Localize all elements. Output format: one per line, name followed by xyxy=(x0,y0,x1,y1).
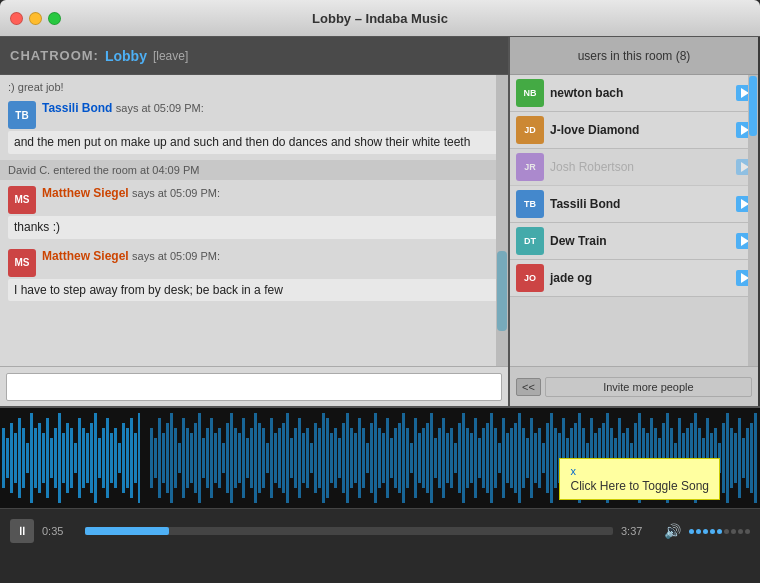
svg-rect-89 xyxy=(358,418,361,498)
svg-rect-55 xyxy=(222,443,225,473)
svg-rect-42 xyxy=(170,413,173,503)
user-name: Dew Train xyxy=(550,234,730,248)
avatar: NB xyxy=(516,79,544,107)
waveform-area[interactable]: x Click Here to Toggle Song xyxy=(0,408,760,508)
svg-rect-64 xyxy=(258,423,261,493)
svg-rect-58 xyxy=(234,428,237,488)
svg-rect-25 xyxy=(98,438,101,478)
svg-rect-101 xyxy=(406,428,409,488)
window-controls xyxy=(10,12,61,25)
svg-rect-118 xyxy=(474,418,477,498)
svg-rect-62 xyxy=(250,428,253,488)
svg-rect-77 xyxy=(310,443,313,473)
minimize-button[interactable] xyxy=(29,12,42,25)
messages-container: :) great job! TB Tassili Bond says at 05… xyxy=(0,75,508,366)
svg-rect-187 xyxy=(750,423,753,493)
message-meta: says at 05:09 PM: xyxy=(132,250,220,262)
volume-dot xyxy=(738,529,743,534)
list-item[interactable]: NB newton bach xyxy=(510,75,758,112)
svg-rect-4 xyxy=(14,433,17,483)
scrollbar-thumb[interactable] xyxy=(497,251,507,331)
avatar: MS xyxy=(8,249,36,277)
invite-button[interactable]: Invite more people xyxy=(545,377,752,397)
toggle-song-tooltip[interactable]: x Click Here to Toggle Song xyxy=(559,458,720,500)
svg-rect-17 xyxy=(66,423,69,493)
svg-rect-82 xyxy=(330,433,333,483)
list-item[interactable]: DT Dew Train xyxy=(510,223,758,260)
svg-rect-135 xyxy=(542,443,545,473)
svg-rect-112 xyxy=(450,428,453,488)
message-text: thanks :) xyxy=(8,216,500,239)
svg-rect-98 xyxy=(394,428,397,488)
svg-rect-38 xyxy=(154,438,157,478)
svg-rect-27 xyxy=(106,418,109,498)
chatroom-label: CHATROOM: xyxy=(10,48,99,63)
svg-rect-134 xyxy=(538,428,541,488)
svg-rect-31 xyxy=(122,423,125,493)
svg-rect-46 xyxy=(186,428,189,488)
volume-control[interactable] xyxy=(689,529,750,534)
messages-scrollbar[interactable] xyxy=(496,75,508,366)
svg-rect-93 xyxy=(374,413,377,503)
message-username[interactable]: Tassili Bond xyxy=(42,101,112,115)
svg-rect-73 xyxy=(294,428,297,488)
message-username[interactable]: Matthew Siegel xyxy=(42,249,129,263)
avatar: JD xyxy=(516,116,544,144)
volume-dot xyxy=(724,529,729,534)
volume-dot xyxy=(710,529,715,534)
close-button[interactable] xyxy=(10,12,23,25)
svg-rect-106 xyxy=(426,423,429,493)
svg-rect-128 xyxy=(514,423,517,493)
user-name: Tassili Bond xyxy=(550,197,730,211)
list-item: David C. entered the room at 04:09 PM xyxy=(0,160,508,180)
leave-link[interactable]: [leave] xyxy=(153,49,188,63)
svg-rect-69 xyxy=(278,428,281,488)
progress-bar[interactable] xyxy=(85,527,613,535)
volume-icon[interactable]: 🔊 xyxy=(664,523,681,539)
message-username[interactable]: Matthew Siegel xyxy=(42,186,129,200)
svg-rect-70 xyxy=(282,423,285,493)
list-item[interactable]: TB Tassili Bond xyxy=(510,186,758,223)
message-meta: says at 05:09 PM: xyxy=(132,187,220,199)
toggle-song-label[interactable]: Click Here to Toggle Song xyxy=(570,479,709,493)
svg-rect-120 xyxy=(482,428,485,488)
chat-input[interactable] xyxy=(6,373,502,401)
avatar: TB xyxy=(8,101,36,129)
window-title: Lobby – Indaba Music xyxy=(312,11,448,26)
list-item: :) great job! xyxy=(0,79,508,95)
volume-dot xyxy=(717,529,722,534)
users-scrollbar[interactable] xyxy=(748,75,758,366)
volume-dot xyxy=(703,529,708,534)
pause-icon: ⏸ xyxy=(16,524,28,538)
chat-area: CHATROOM: Lobby [leave] :) great job! TB… xyxy=(0,37,510,406)
svg-rect-41 xyxy=(166,423,169,493)
svg-rect-14 xyxy=(54,428,57,488)
svg-rect-2 xyxy=(6,438,9,478)
svg-rect-184 xyxy=(738,418,741,498)
svg-rect-127 xyxy=(510,428,513,488)
svg-rect-122 xyxy=(490,413,493,503)
play-pause-button[interactable]: ⏸ xyxy=(10,519,34,543)
collapse-button[interactable]: << xyxy=(516,378,541,396)
maximize-button[interactable] xyxy=(48,12,61,25)
svg-rect-13 xyxy=(50,438,53,478)
svg-rect-57 xyxy=(230,413,233,503)
svg-rect-65 xyxy=(262,428,265,488)
svg-rect-16 xyxy=(62,433,65,483)
avatar: TB xyxy=(516,190,544,218)
svg-rect-52 xyxy=(210,418,213,498)
svg-rect-12 xyxy=(46,418,49,498)
svg-rect-75 xyxy=(302,433,305,483)
svg-rect-37 xyxy=(150,428,153,488)
list-item[interactable]: JR Josh Robertson xyxy=(510,149,758,186)
list-item[interactable]: JD J-love Diamond xyxy=(510,112,758,149)
close-tooltip-button[interactable]: x xyxy=(570,465,709,477)
svg-rect-19 xyxy=(74,443,77,473)
svg-rect-11 xyxy=(42,433,45,483)
svg-rect-6 xyxy=(22,428,25,488)
volume-dot xyxy=(696,529,701,534)
svg-rect-10 xyxy=(38,423,41,493)
list-item[interactable]: JO jade og xyxy=(510,260,758,297)
svg-rect-23 xyxy=(90,423,93,493)
scrollbar-thumb[interactable] xyxy=(749,76,757,136)
